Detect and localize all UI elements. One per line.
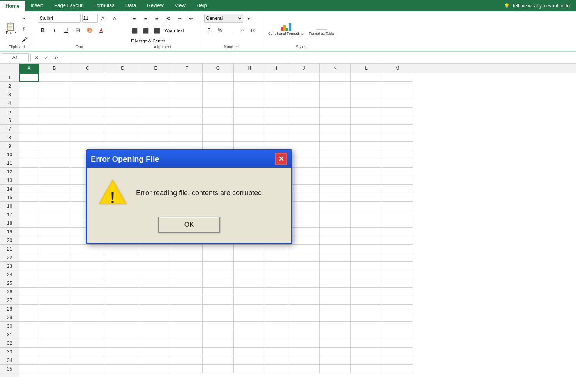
warning-icon: ! bbox=[99, 179, 127, 207]
alignment-bottom-row: ⬛ ⬛ ⬛ Wrap Text bbox=[129, 26, 186, 35]
conditional-formatting-button[interactable]: Conditional Formatting bbox=[266, 22, 306, 36]
font-controls: A⁺ A⁻ B I U ⊞ 🎨 A bbox=[38, 14, 121, 44]
wrap-text-label: Wrap Text bbox=[165, 28, 184, 33]
number-buttons-row: $ % , .0 .00 bbox=[204, 26, 258, 35]
group-font: A⁺ A⁻ B I U ⊞ 🎨 A Font bbox=[34, 13, 125, 50]
font-top-row: A⁺ A⁻ bbox=[38, 14, 121, 23]
align-top-right-button[interactable]: ≡ bbox=[152, 14, 162, 23]
fill-color-button[interactable]: 🎨 bbox=[85, 25, 95, 35]
dialog-overlay: Error Opening File ✕ ! Error reading fil… bbox=[0, 64, 576, 377]
warning-exclamation: ! bbox=[110, 191, 115, 205]
formula-input[interactable] bbox=[63, 55, 574, 60]
tab-page-layout[interactable]: Page Layout bbox=[49, 0, 88, 11]
ribbon: Home Insert Page Layout Formulas Data Re… bbox=[0, 0, 576, 52]
formula-bar: ✕ ✓ fx bbox=[0, 52, 576, 64]
dialog-buttons: OK bbox=[99, 217, 279, 233]
cond-format-label: Conditional Formatting bbox=[268, 32, 304, 35]
paste-button[interactable]: 📋 Paste bbox=[4, 22, 18, 36]
dialog-content: ! Error reading file, contents are corru… bbox=[99, 179, 279, 207]
formula-confirm-button[interactable]: ✓ bbox=[42, 53, 51, 62]
clipboard-label: Clipboard bbox=[8, 44, 25, 49]
paste-icon: 📋 bbox=[6, 23, 16, 30]
tab-data[interactable]: Data bbox=[120, 0, 141, 11]
decrease-decimal-button[interactable]: .0 bbox=[237, 26, 247, 35]
ribbon-search-area[interactable]: 💡 Tell me what you want to do bbox=[498, 0, 576, 11]
dialog-body: ! Error reading file, contents are corru… bbox=[87, 168, 291, 243]
number-format-row: General ▾ bbox=[204, 14, 254, 23]
align-right-button[interactable]: ⬛ bbox=[152, 26, 162, 35]
group-alignment: ≡ ≡ ≡ ⟲ ⇥ ⇤ ⬛ ⬛ ⬛ Wrap Text bbox=[125, 13, 200, 50]
search-label[interactable]: Tell me what you want to do bbox=[512, 3, 570, 9]
cut-button[interactable]: ✂ bbox=[19, 14, 30, 23]
comma-button[interactable]: , bbox=[226, 26, 236, 35]
group-clipboard: 📋 Paste ✂ ⎘ 🖌 Clipboard bbox=[0, 13, 34, 50]
underline-button[interactable]: U bbox=[61, 25, 71, 35]
align-top-left-button[interactable]: ≡ bbox=[129, 14, 140, 23]
ok-button[interactable]: OK bbox=[158, 217, 220, 233]
decrease-font-button[interactable]: A⁻ bbox=[111, 14, 121, 23]
dialog-close-button[interactable]: ✕ bbox=[275, 153, 287, 165]
clipboard-buttons: 📋 Paste ✂ ⎘ 🖌 bbox=[4, 14, 30, 44]
font-size-input[interactable] bbox=[82, 14, 98, 23]
number-controls: General ▾ $ % , .0 .00 bbox=[204, 14, 258, 44]
wrap-text-button[interactable]: Wrap Text bbox=[163, 26, 186, 35]
ribbon-tab-bar: Home Insert Page Layout Formulas Data Re… bbox=[0, 0, 576, 11]
format-table-icon bbox=[316, 23, 327, 31]
merge-center-button[interactable]: ⊡ Merge & Center bbox=[129, 37, 167, 44]
group-number: General ▾ $ % , .0 .00 Number bbox=[200, 13, 262, 50]
styles-controls: Conditional Formatting Format as Table bbox=[266, 14, 336, 44]
align-center-button[interactable]: ⬛ bbox=[141, 26, 151, 35]
bold-button[interactable]: B bbox=[38, 25, 48, 35]
tab-insert[interactable]: Insert bbox=[25, 0, 49, 11]
tab-formulas[interactable]: Formulas bbox=[88, 0, 120, 11]
search-icon: 💡 bbox=[504, 3, 510, 9]
increase-decimal-button[interactable]: .00 bbox=[248, 26, 258, 35]
font-color-button[interactable]: A bbox=[96, 25, 106, 35]
group-styles: Conditional Formatting Format as Table S… bbox=[262, 13, 340, 50]
merge-icon: ⊡ bbox=[131, 38, 134, 43]
ribbon-body: 📋 Paste ✂ ⎘ 🖌 Clipboard A⁺ A⁻ bbox=[0, 11, 576, 51]
font-name-input[interactable] bbox=[38, 14, 81, 23]
alignment-top-row: ≡ ≡ ≡ ⟲ ⇥ ⇤ bbox=[129, 14, 196, 23]
indent-decrease-button[interactable]: ⇥ bbox=[175, 14, 185, 23]
copy-button[interactable]: ⎘ bbox=[19, 24, 30, 34]
formula-fx-button[interactable]: fx bbox=[53, 53, 61, 62]
number-format-expand[interactable]: ▾ bbox=[244, 14, 254, 23]
align-left-button[interactable]: ⬛ bbox=[129, 26, 140, 35]
tab-home[interactable]: Home bbox=[0, 0, 25, 11]
tab-help[interactable]: Help bbox=[191, 0, 212, 11]
borders-button[interactable]: ⊞ bbox=[73, 25, 83, 35]
percent-button[interactable]: % bbox=[215, 26, 225, 35]
alignment-label: Alignment bbox=[154, 44, 171, 49]
formula-divider bbox=[30, 54, 31, 62]
dialog-titlebar: Error Opening File ✕ bbox=[87, 150, 291, 168]
format-as-table-button[interactable]: Format as Table bbox=[307, 22, 336, 36]
spreadsheet: A B C D E F G H I J K L M 12345678910111… bbox=[0, 64, 576, 377]
align-top-center-button[interactable]: ≡ bbox=[141, 14, 151, 23]
font-label: Font bbox=[76, 44, 83, 49]
indent-increase-button[interactable]: ⇤ bbox=[186, 14, 196, 23]
format-table-label: Format as Table bbox=[309, 32, 334, 35]
dialog-title: Error Opening File bbox=[91, 155, 159, 164]
alignment-controls: ≡ ≡ ≡ ⟲ ⇥ ⇤ ⬛ ⬛ ⬛ Wrap Text bbox=[129, 14, 196, 44]
formula-cancel-button[interactable]: ✕ bbox=[32, 53, 41, 62]
styles-label: Styles bbox=[296, 44, 306, 49]
tab-review[interactable]: Review bbox=[141, 0, 169, 11]
format-painter-button[interactable]: 🖌 bbox=[19, 35, 30, 44]
italic-button[interactable]: I bbox=[49, 25, 60, 35]
tab-view[interactable]: View bbox=[169, 0, 191, 11]
error-dialog: Error Opening File ✕ ! Error reading fil… bbox=[86, 149, 292, 244]
font-bottom-row: B I U ⊞ 🎨 A bbox=[38, 25, 106, 35]
number-label: Number bbox=[224, 44, 238, 49]
orientation-button[interactable]: ⟲ bbox=[163, 14, 173, 23]
number-format-select[interactable]: General bbox=[204, 14, 243, 23]
dialog-message: Error reading file, contents are corrupt… bbox=[136, 188, 264, 198]
currency-button[interactable]: $ bbox=[204, 26, 214, 35]
increase-font-button[interactable]: A⁺ bbox=[99, 14, 110, 23]
conditional-format-icon bbox=[281, 23, 291, 31]
name-box[interactable] bbox=[2, 53, 29, 62]
merge-row: ⊡ Merge & Center bbox=[129, 37, 167, 44]
